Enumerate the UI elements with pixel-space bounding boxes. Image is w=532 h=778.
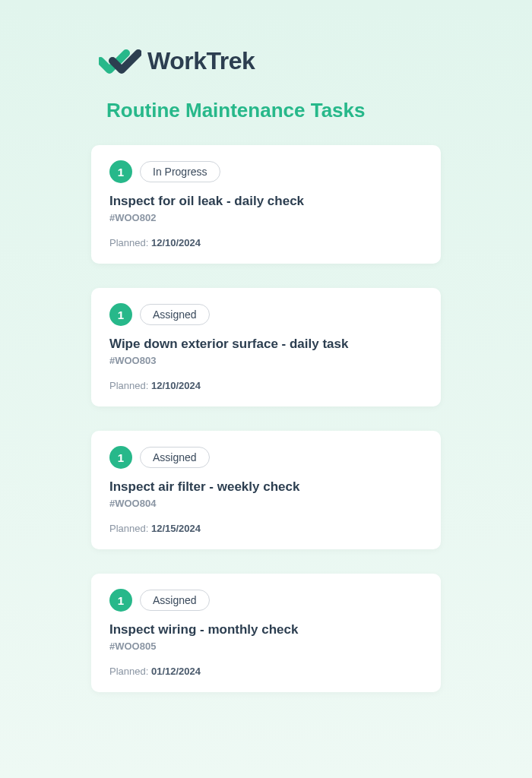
planned-label: Planned:	[109, 666, 151, 677]
planned-date: 12/10/2024	[151, 237, 201, 248]
brand-name: WorkTrek	[147, 47, 255, 75]
task-id: #WOO804	[109, 498, 423, 509]
status-badge: Assigned	[140, 447, 210, 468]
task-title: Inspect for oil leak - daily check	[109, 194, 423, 209]
status-badge: In Progress	[140, 161, 220, 182]
task-planned: Planned: 01/12/2024	[109, 666, 423, 677]
task-card[interactable]: 1 Assigned Wipe down exterior surface - …	[91, 288, 441, 406]
task-header: 1 In Progress	[109, 160, 423, 183]
task-planned: Planned: 12/10/2024	[109, 380, 423, 391]
task-header: 1 Assigned	[109, 303, 423, 326]
task-title: Wipe down exterior surface - daily task	[109, 337, 423, 352]
status-badge: Assigned	[140, 590, 210, 611]
count-badge: 1	[109, 589, 132, 612]
task-header: 1 Assigned	[109, 589, 423, 612]
task-planned: Planned: 12/10/2024	[109, 237, 423, 248]
status-badge: Assigned	[140, 304, 210, 325]
page-title: Routine Maintenance Tasks	[106, 99, 441, 122]
task-planned: Planned: 12/15/2024	[109, 523, 423, 534]
task-id: #WOO805	[109, 640, 423, 652]
brand-logo: WorkTrek	[99, 46, 441, 76]
task-card[interactable]: 1 Assigned Inspect air filter - weekly c…	[91, 431, 441, 549]
planned-date: 12/10/2024	[151, 380, 201, 391]
task-id: #WOO803	[109, 355, 423, 366]
planned-label: Planned:	[109, 237, 151, 248]
planned-label: Planned:	[109, 523, 151, 534]
count-badge: 1	[109, 446, 132, 469]
task-card[interactable]: 1 Assigned Inspect wiring - monthly chec…	[91, 574, 441, 692]
task-header: 1 Assigned	[109, 446, 423, 469]
planned-date: 12/15/2024	[151, 523, 201, 534]
task-card[interactable]: 1 In Progress Inspect for oil leak - dai…	[91, 145, 441, 264]
task-title: Inspect wiring - monthly check	[109, 622, 423, 637]
task-id: #WOO802	[109, 212, 423, 223]
planned-label: Planned:	[109, 380, 151, 391]
checkmark-icon	[99, 46, 141, 76]
tasks-list: 1 In Progress Inspect for oil leak - dai…	[91, 145, 441, 692]
task-title: Inspect air filter - weekly check	[109, 479, 423, 495]
count-badge: 1	[109, 303, 132, 326]
count-badge: 1	[109, 160, 132, 183]
planned-date: 01/12/2024	[151, 666, 201, 677]
